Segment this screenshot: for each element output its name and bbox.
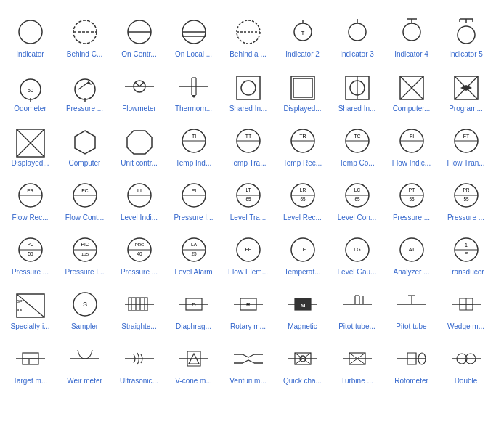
cell-behind-c: Behind C... (57, 6, 112, 60)
svg-text:PRC: PRC (134, 243, 144, 247)
label-level-con: Level Con... (338, 213, 376, 222)
symbol-pitot-tube2 (394, 288, 430, 320)
cell-unit-ctrl: Unit contr... (112, 115, 166, 169)
cell-ultrasonic: Ultrasonic... (112, 333, 166, 387)
svg-marker-52 (460, 85, 472, 91)
svg-text:LI: LI (137, 188, 142, 193)
label-computer2: Computer (69, 159, 101, 168)
label-straighter: Straighte... (121, 322, 156, 331)
symbol-level-tra: LT65 (230, 179, 267, 211)
svg-text:40: 40 (137, 251, 142, 256)
cell-displayed2: Displayed... (3, 115, 57, 169)
label-indicator5: Indicator 5 (449, 50, 483, 59)
svg-text:LG: LG (354, 247, 360, 252)
cell-level-rec: LR65Level Rec... (275, 169, 330, 224)
label-on-local: On Local ... (175, 50, 212, 59)
label-rotometer: Rotometer (394, 377, 428, 386)
svg-text:65: 65 (354, 197, 360, 202)
label-indicator: Indicator (16, 50, 44, 59)
svg-text:LT: LT (245, 187, 251, 192)
svg-point-14 (349, 23, 366, 41)
cell-rotometer: Rotometer (384, 333, 439, 387)
symbol-displayed (285, 70, 321, 102)
svg-text:PI: PI (191, 188, 196, 193)
svg-marker-57 (127, 131, 152, 154)
label-temp-tra: Temp Tra... (229, 159, 266, 168)
cell-pressure-i: PIPressure I... (166, 169, 221, 224)
cell-straighter: Straighte... (112, 278, 166, 333)
symbol-displayed2 (12, 125, 49, 157)
cell-transducer: 1PTransducer (439, 224, 493, 278)
cell-temp-ind: TITemp Ind... (166, 115, 221, 169)
symbol-flow-elem: FE (230, 234, 267, 266)
cell-pitot-tube: Pitot tube... (330, 278, 384, 333)
svg-line-33 (139, 82, 144, 86)
svg-text:55: 55 (409, 197, 415, 202)
cell-level-con: LC65Level Con... (330, 169, 384, 224)
label-pressure-i: Pressure I... (174, 213, 214, 222)
symbol-grid: IndicatorBehind C...On Centr...On Local … (0, 0, 496, 393)
label-pressure: Pressure ... (66, 105, 103, 113)
cell-indicator: Indicator (3, 6, 57, 60)
svg-text:25: 25 (191, 251, 197, 256)
cell-flow-tran: FTFlow Tran... (439, 115, 493, 169)
cell-magnetic: MMagnetic (275, 278, 330, 333)
cell-on-local: On Local ... (166, 6, 221, 60)
symbol-wedge-m (448, 288, 484, 320)
svg-text:AT: AT (408, 247, 415, 252)
label-on-center: On Centr... (121, 50, 156, 59)
symbol-unit-ctrl (121, 125, 158, 157)
svg-text:SP: SP (17, 299, 23, 304)
svg-marker-56 (75, 131, 95, 154)
svg-point-0 (19, 20, 42, 44)
svg-text:XX: XX (17, 308, 23, 312)
svg-line-28 (78, 82, 89, 89)
cell-temperat: TETemperat... (275, 224, 330, 278)
cell-quick-cha: Quick cha... (275, 333, 330, 387)
cell-indicator3: Indicator 3 (330, 6, 384, 60)
cell-rotary-m: RRotary m... (221, 278, 275, 333)
cell-flowmeter: Flowmeter (112, 60, 166, 115)
cell-level-alarm: LA25Level Alarm (166, 224, 221, 278)
label-rotary-m: Rotary m... (230, 322, 266, 331)
cell-level-gau: LGLevel Gau... (330, 224, 384, 278)
label-pressure-rc: Pressure ... (121, 268, 158, 277)
svg-text:65: 65 (245, 197, 251, 202)
label-pitot-tube: Pitot tube... (338, 322, 375, 331)
symbol-pressure (67, 70, 103, 102)
label-double: Double (455, 377, 478, 386)
cell-on-center: On Centr... (112, 6, 166, 60)
label-transducer: Transducer (447, 268, 484, 277)
label-level-rec: Level Rec... (283, 213, 322, 222)
svg-text:FI: FI (409, 134, 413, 139)
label-shared-in: Shared In... (229, 105, 267, 113)
svg-text:55: 55 (28, 251, 33, 256)
cell-pressure-r: PR55Pressure ... (439, 169, 493, 224)
label-indicator4: Indicator 4 (394, 50, 428, 59)
svg-text:T: T (301, 30, 304, 36)
label-venturi-m: Venturi m... (229, 377, 267, 386)
svg-line-137 (17, 294, 44, 317)
cell-displayed: Displayed... (275, 60, 330, 115)
symbol-on-center (121, 16, 158, 48)
svg-text:PT: PT (408, 187, 414, 192)
cell-flow-rec: FRFlow Rec... (3, 169, 57, 224)
cell-specialty: SPXXSpecialty i... (3, 278, 57, 333)
label-behind-c: Behind C... (67, 50, 102, 59)
label-quick-cha: Quick cha... (283, 377, 322, 386)
symbol-specialty: SPXX (12, 288, 49, 320)
symbol-diaphrag: D (176, 288, 212, 320)
label-ultrasonic: Ultrasonic... (120, 377, 158, 386)
symbol-flow-tran: FT (448, 125, 484, 157)
label-vcone-m: V-cone m... (175, 377, 212, 386)
label-flow-rec: Flow Rec... (12, 213, 48, 222)
label-analyzer: Analyzer ... (393, 268, 429, 277)
label-unit-ctrl: Unit contr... (121, 159, 158, 168)
cell-odometer: 50Odometer (3, 60, 57, 115)
label-temp-rec: Temp Rec... (283, 159, 322, 168)
svg-point-17 (403, 23, 420, 41)
symbol-level-rec: LR65 (285, 179, 321, 211)
label-shared-in2: Shared In... (338, 105, 376, 113)
cell-venturi-m: Venturi m... (221, 333, 275, 387)
label-thermom: Thermom... (175, 105, 212, 113)
